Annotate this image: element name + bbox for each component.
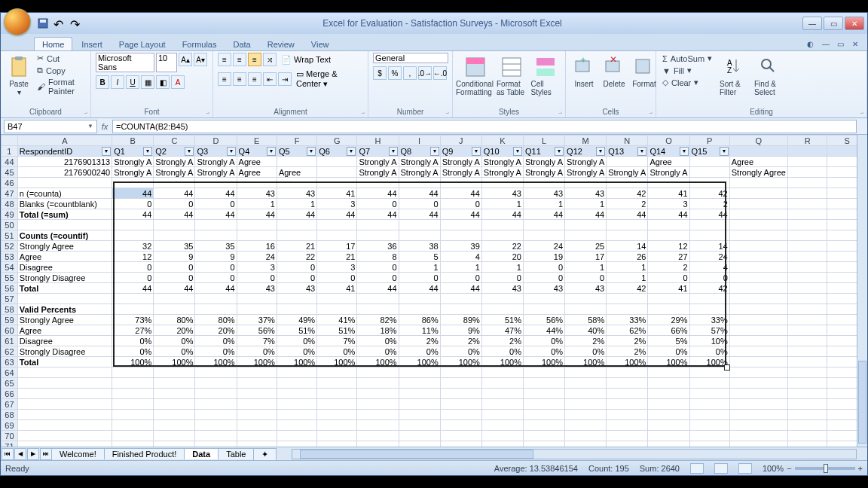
cell[interactable]: 42	[607, 188, 648, 199]
cell[interactable]	[317, 399, 357, 410]
maximize-button[interactable]: ▭	[824, 17, 843, 30]
filter-icon[interactable]: ▾	[102, 147, 111, 156]
cell[interactable]	[195, 410, 237, 420]
cell[interactable]: 4	[440, 252, 481, 262]
cell[interactable]	[317, 220, 357, 230]
cell[interactable]	[317, 157, 357, 167]
cell[interactable]: 2%	[607, 336, 648, 346]
cell[interactable]: Strongly Agree	[17, 241, 112, 252]
cell[interactable]	[565, 441, 607, 447]
cell[interactable]: 44	[154, 209, 195, 220]
cell[interactable]: 44	[357, 209, 399, 220]
cell[interactable]	[607, 178, 648, 188]
cell[interactable]	[317, 368, 357, 378]
cell[interactable]: 0%	[154, 346, 195, 357]
cell[interactable]: 44	[399, 188, 440, 199]
cell[interactable]	[607, 410, 648, 420]
header-cell[interactable]: Q6▾	[317, 146, 357, 157]
autosum-button[interactable]: Σ AutoSum ▾	[661, 53, 715, 64]
cell[interactable]	[481, 220, 523, 230]
cell[interactable]	[277, 399, 316, 410]
row-header-47[interactable]: 47	[2, 188, 18, 199]
cell[interactable]	[237, 304, 277, 315]
cell[interactable]	[607, 304, 648, 315]
format-painter-button[interactable]: 🖌 Format Painter	[35, 77, 86, 96]
row-header-71[interactable]: 71	[2, 441, 18, 447]
cell[interactable]	[357, 294, 399, 304]
cell[interactable]: Disagree	[17, 262, 112, 273]
cell[interactable]	[689, 230, 729, 241]
cell[interactable]: 44	[648, 209, 689, 220]
cell[interactable]	[195, 399, 237, 410]
row-header-63[interactable]: 63	[2, 357, 18, 368]
view-normal-icon[interactable]	[690, 463, 704, 474]
cell[interactable]	[565, 220, 607, 230]
cell[interactable]	[357, 178, 399, 188]
cell[interactable]: 0	[481, 273, 523, 283]
cell[interactable]: 41	[648, 188, 689, 199]
cell[interactable]	[440, 304, 481, 315]
align-middle-icon[interactable]: ≡	[233, 53, 246, 66]
cell[interactable]	[607, 431, 648, 441]
cell[interactable]: 5%	[648, 336, 689, 346]
cell[interactable]: 0%	[648, 346, 689, 357]
cell[interactable]	[195, 294, 237, 304]
cell[interactable]	[607, 389, 648, 399]
cell[interactable]	[277, 368, 316, 378]
cell[interactable]	[399, 431, 440, 441]
format-as-table-button[interactable]: Format as Table	[495, 53, 527, 98]
cell[interactable]: 44	[357, 283, 399, 294]
row-header-62[interactable]: 62	[2, 346, 18, 357]
cell[interactable]: 24	[689, 252, 729, 262]
cell[interactable]: 43	[565, 283, 607, 294]
cell[interactable]	[154, 368, 195, 378]
cell[interactable]	[154, 294, 195, 304]
cell[interactable]	[523, 178, 564, 188]
row-header-57[interactable]: 57	[2, 294, 18, 304]
cell[interactable]	[481, 178, 523, 188]
cell[interactable]	[277, 431, 316, 441]
filter-icon[interactable]: ▾	[307, 147, 316, 156]
cell[interactable]: 4	[689, 262, 729, 273]
cell[interactable]: 100%	[607, 357, 648, 368]
cell[interactable]: 0	[195, 273, 237, 283]
col-header-P[interactable]: P	[689, 136, 729, 146]
cell[interactable]	[648, 399, 689, 410]
cell[interactable]: 44	[399, 283, 440, 294]
cell[interactable]: Strongly Disagree	[17, 346, 112, 357]
mdi-minimize-icon[interactable]: —	[822, 40, 833, 50]
cell[interactable]: 38	[399, 241, 440, 252]
cell[interactable]	[317, 389, 357, 399]
cell[interactable]: 35	[154, 241, 195, 252]
cell[interactable]: 0%	[112, 346, 154, 357]
cell[interactable]	[565, 368, 607, 378]
cell[interactable]	[317, 410, 357, 420]
cell[interactable]	[565, 410, 607, 420]
cell[interactable]	[154, 389, 195, 399]
sort-filter-button[interactable]: AZSort & Filter	[718, 53, 750, 98]
cell[interactable]: 0%	[317, 346, 357, 357]
cell[interactable]	[112, 368, 154, 378]
cell[interactable]: 7%	[317, 336, 357, 346]
col-header-M[interactable]: M	[565, 136, 607, 146]
office-button[interactable]	[4, 8, 31, 35]
font-name-combo[interactable]: Microsoft Sans	[96, 53, 154, 72]
cell[interactable]: Strongly A	[440, 167, 481, 178]
cell[interactable]: 42	[689, 188, 729, 199]
cell[interactable]: 0	[237, 273, 277, 283]
cell[interactable]	[154, 420, 195, 431]
cell[interactable]	[689, 378, 729, 389]
cell[interactable]	[607, 441, 648, 447]
cell[interactable]: 42	[607, 283, 648, 294]
cell[interactable]: 44	[195, 209, 237, 220]
cell[interactable]	[154, 410, 195, 420]
cell[interactable]	[195, 178, 237, 188]
cell[interactable]: n (=counta)	[17, 188, 112, 199]
cell[interactable]	[195, 220, 237, 230]
col-header-R[interactable]: R	[787, 136, 827, 146]
vertical-scrollbar[interactable]	[857, 135, 867, 447]
indent-dec-icon[interactable]: ⇤	[263, 72, 277, 86]
cell[interactable]	[607, 220, 648, 230]
cell[interactable]: Total	[17, 357, 112, 368]
col-header-L[interactable]: L	[523, 136, 564, 146]
